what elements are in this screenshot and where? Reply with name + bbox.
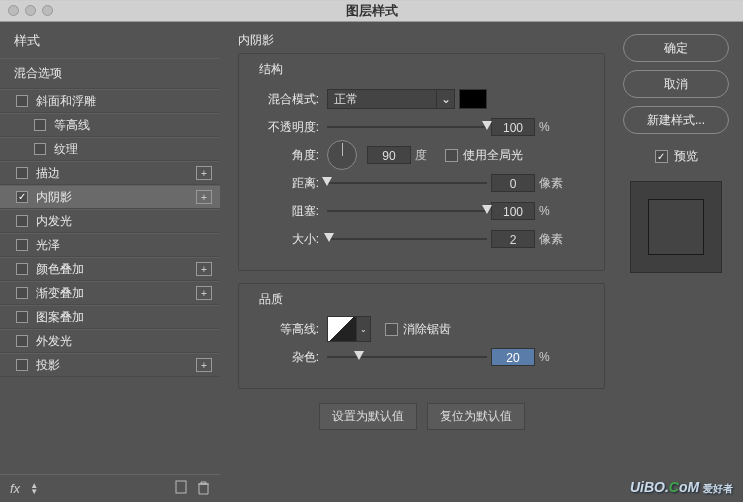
global-light-label: 使用全局光 xyxy=(463,147,523,164)
style-label: 等高线 xyxy=(54,117,212,134)
size-input[interactable]: 2 xyxy=(491,230,535,248)
new-style-button[interactable]: 新建样式... xyxy=(623,106,729,134)
preview-checkbox-icon xyxy=(655,150,668,163)
style-checkbox[interactable] xyxy=(16,335,28,347)
page-icon[interactable] xyxy=(175,480,187,497)
style-label: 渐变叠加 xyxy=(36,285,196,302)
opacity-label: 不透明度: xyxy=(255,119,319,136)
noise-slider[interactable] xyxy=(327,349,487,365)
style-checkbox[interactable] xyxy=(16,239,28,251)
add-effect-icon[interactable]: + xyxy=(196,358,212,372)
global-light-chk-icon xyxy=(445,149,458,162)
size-slider[interactable] xyxy=(327,231,487,247)
contour-preview[interactable] xyxy=(327,316,357,342)
choke-input[interactable]: 100 xyxy=(491,202,535,220)
sidebar-footer: fx ▲▼ xyxy=(0,474,220,502)
blend-mode-dropdown-icon[interactable]: ⌄ xyxy=(437,89,455,109)
global-light-checkbox[interactable]: 使用全局光 xyxy=(445,147,523,164)
style-label: 外发光 xyxy=(36,333,212,350)
distance-slider[interactable] xyxy=(327,175,487,191)
style-row-5[interactable]: 内发光 xyxy=(0,209,220,233)
min-dot[interactable] xyxy=(25,5,36,16)
add-effect-icon[interactable]: + xyxy=(196,190,212,204)
style-row-1[interactable]: 等高线 xyxy=(0,113,220,137)
panel-title: 内阴影 xyxy=(238,32,605,49)
blend-mode-select[interactable]: 正常 xyxy=(327,89,437,109)
close-dot[interactable] xyxy=(8,5,19,16)
style-label: 斜面和浮雕 xyxy=(36,93,212,110)
preview-box xyxy=(630,181,722,273)
contour-label: 等高线: xyxy=(255,321,319,338)
opacity-slider[interactable] xyxy=(327,119,487,135)
add-effect-icon[interactable]: + xyxy=(196,166,212,180)
window-controls[interactable] xyxy=(8,5,53,16)
add-effect-icon[interactable]: + xyxy=(196,286,212,300)
opacity-input[interactable]: 100 xyxy=(491,118,535,136)
distance-row: 距离: 0 像素 xyxy=(255,170,588,196)
antialias-checkbox[interactable]: 消除锯齿 xyxy=(385,321,451,338)
angle-dial[interactable] xyxy=(327,140,357,170)
style-checkbox[interactable] xyxy=(16,311,28,323)
choke-slider[interactable] xyxy=(327,203,487,219)
fx-menu-arrows[interactable]: ▲▼ xyxy=(30,483,38,494)
blend-mode-label: 混合模式: xyxy=(255,91,319,108)
style-checkbox[interactable] xyxy=(16,167,28,179)
preview-inner xyxy=(648,199,704,255)
style-row-7[interactable]: 颜色叠加+ xyxy=(0,257,220,281)
blend-mode-row: 混合模式: 正常 ⌄ xyxy=(255,86,588,112)
contour-dropdown-icon[interactable]: ⌄ xyxy=(357,316,371,342)
style-checkbox[interactable] xyxy=(16,263,28,275)
style-label: 颜色叠加 xyxy=(36,261,196,278)
styles-list: 斜面和浮雕等高线纹理描边+内阴影+内发光光泽颜色叠加+渐变叠加+图案叠加外发光投… xyxy=(0,89,220,474)
style-row-2[interactable]: 纹理 xyxy=(0,137,220,161)
style-checkbox[interactable] xyxy=(16,287,28,299)
fx-icon[interactable]: fx xyxy=(10,481,20,496)
reset-default-button[interactable]: 复位为默认值 xyxy=(427,403,525,430)
style-row-10[interactable]: 外发光 xyxy=(0,329,220,353)
distance-input[interactable]: 0 xyxy=(491,174,535,192)
style-checkbox[interactable] xyxy=(34,119,46,131)
style-label: 光泽 xyxy=(36,237,212,254)
style-checkbox[interactable] xyxy=(34,143,46,155)
angle-unit: 度 xyxy=(415,147,439,164)
style-row-3[interactable]: 描边+ xyxy=(0,161,220,185)
choke-label: 阻塞: xyxy=(255,203,319,220)
make-default-button[interactable]: 设置为默认值 xyxy=(319,403,417,430)
quality-group: 品质 等高线: ⌄ 消除锯齿 杂色: 20 % xyxy=(238,283,605,389)
antialias-chk-icon xyxy=(385,323,398,336)
style-label: 内发光 xyxy=(36,213,212,230)
angle-row: 角度: 90 度 使用全局光 xyxy=(255,142,588,168)
blending-options-row[interactable]: 混合选项 xyxy=(0,58,220,89)
window-title: 图层样式 xyxy=(346,2,398,20)
style-checkbox[interactable] xyxy=(16,95,28,107)
style-row-6[interactable]: 光泽 xyxy=(0,233,220,257)
trash-icon[interactable] xyxy=(197,480,210,498)
max-dot[interactable] xyxy=(42,5,53,16)
angle-label: 角度: xyxy=(255,147,319,164)
style-checkbox[interactable] xyxy=(16,359,28,371)
settings-panel: 内阴影 结构 混合模式: 正常 ⌄ 不透明度: 100 % 角度: 9 xyxy=(220,22,623,502)
style-row-8[interactable]: 渐变叠加+ xyxy=(0,281,220,305)
style-label: 投影 xyxy=(36,357,196,374)
distance-unit: 像素 xyxy=(539,175,569,192)
structure-group: 结构 混合模式: 正常 ⌄ 不透明度: 100 % 角度: 90 度 xyxy=(238,53,605,271)
noise-row: 杂色: 20 % xyxy=(255,344,588,370)
angle-input[interactable]: 90 xyxy=(367,146,411,164)
color-swatch[interactable] xyxy=(459,89,487,109)
style-row-4[interactable]: 内阴影+ xyxy=(0,185,220,209)
titlebar: 图层样式 xyxy=(0,0,743,22)
default-buttons-row: 设置为默认值 复位为默认值 xyxy=(238,403,605,430)
noise-input[interactable]: 20 xyxy=(491,348,535,366)
style-row-11[interactable]: 投影+ xyxy=(0,353,220,377)
style-label: 描边 xyxy=(36,165,196,182)
preview-toggle[interactable]: 预览 xyxy=(623,148,729,165)
cancel-button[interactable]: 取消 xyxy=(623,70,729,98)
style-row-0[interactable]: 斜面和浮雕 xyxy=(0,89,220,113)
ok-button[interactable]: 确定 xyxy=(623,34,729,62)
opacity-row: 不透明度: 100 % xyxy=(255,114,588,140)
add-effect-icon[interactable]: + xyxy=(196,262,212,276)
style-checkbox[interactable] xyxy=(16,215,28,227)
opacity-unit: % xyxy=(539,120,563,134)
style-checkbox[interactable] xyxy=(16,191,28,203)
style-row-9[interactable]: 图案叠加 xyxy=(0,305,220,329)
